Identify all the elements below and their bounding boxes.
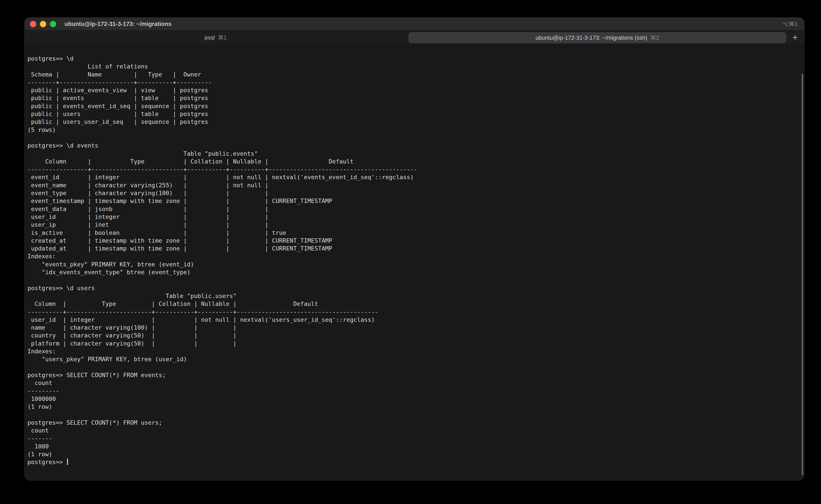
titlebar[interactable]: ubuntu@ip-172-31-3-173: ~/migrations ⌥⌘1	[25, 18, 804, 31]
window-title: ubuntu@ip-172-31-3-173: ~/migrations	[65, 21, 172, 27]
terminal-output: postgres=> \d List of relations Schema |…	[27, 55, 800, 458]
tab-psql[interactable]: psql ⌘1	[25, 31, 407, 44]
terminal-pane[interactable]: postgres=> \d List of relations Schema |…	[25, 45, 804, 480]
traffic-lights	[30, 21, 56, 27]
window-shortcut-hint: ⌥⌘1	[782, 18, 798, 30]
terminal-cursor	[67, 458, 68, 465]
prompt-line: postgres=>	[27, 458, 800, 466]
new-tab-button[interactable]: +	[789, 31, 801, 44]
zoom-button[interactable]	[50, 21, 56, 27]
tab-psql-shortcut: ⌘1	[218, 34, 227, 41]
prompt-text: postgres=>	[27, 459, 66, 465]
terminal-window: ubuntu@ip-172-31-3-173: ~/migrations ⌥⌘1…	[24, 17, 804, 480]
tab-bar: psql ⌘1 ubuntu@ip-172-31-3-173: ~/migrat…	[25, 31, 804, 45]
minimize-button[interactable]	[40, 21, 46, 27]
plus-icon: +	[792, 32, 798, 43]
tab-ssh-label: ubuntu@ip-172-31-3-173: ~/migrations (ss…	[535, 34, 647, 41]
tab-ssh[interactable]: ubuntu@ip-172-31-3-173: ~/migrations (ss…	[409, 32, 786, 43]
close-button[interactable]	[30, 21, 36, 27]
tab-psql-label: psql	[204, 34, 215, 41]
scrollbar[interactable]	[802, 74, 803, 475]
tab-ssh-shortcut: ⌘2	[650, 34, 659, 41]
